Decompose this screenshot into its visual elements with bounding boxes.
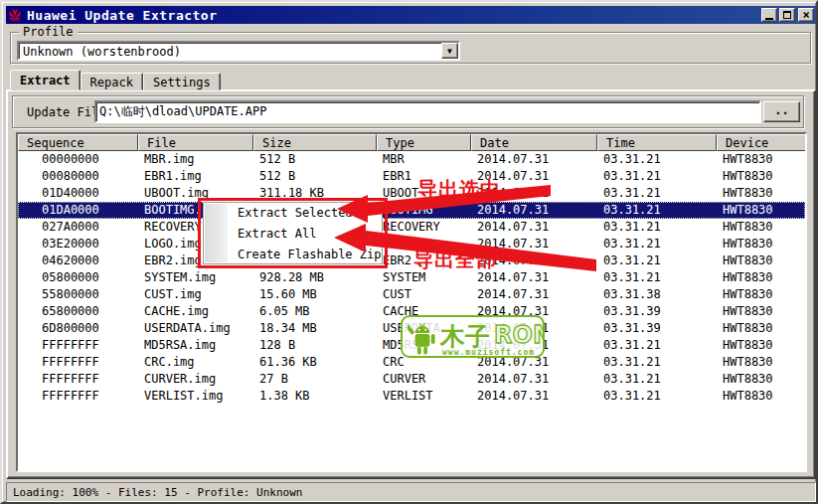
context-menu-items: Extract SelectedExtract AllCreate Flasha… <box>204 203 382 265</box>
profile-value: Unknown (worstenbrood) <box>23 45 181 59</box>
cell: HWT8830 <box>717 185 807 202</box>
minimize-button[interactable] <box>761 8 777 22</box>
cell: 2014.07.31 <box>471 219 597 236</box>
cell: 2014.07.31 <box>471 202 597 219</box>
tab-repack[interactable]: Repack <box>81 73 143 90</box>
cell: 03.31.21 <box>597 236 717 252</box>
cell: USERDATA.img <box>138 320 253 337</box>
huawei-logo-icon[interactable] <box>8 8 22 22</box>
cell: CURVER.img <box>138 371 253 388</box>
cell: 512 B <box>253 151 377 168</box>
cell: CUST <box>377 286 471 303</box>
table-row[interactable]: 55800000CUST.img15.60 MBCUST2014.07.3103… <box>18 286 805 303</box>
table-row[interactable]: FFFFFFFFVERLIST.img1.38 KBVERLIST2014.07… <box>18 388 805 405</box>
watermark-url: www.muzisoft.com <box>442 348 535 357</box>
table-body: 00000000MBR.img512 BMBR2014.07.3103.31.2… <box>18 151 805 405</box>
cell: 03.31.21 <box>597 388 717 405</box>
cell: SYSTEM <box>377 269 471 286</box>
profile-combobox[interactable]: Unknown (worstenbrood) ▼ <box>17 41 460 61</box>
cell: 15.60 MB <box>253 286 377 303</box>
cell: 55800000 <box>18 286 138 303</box>
cell: 65800000 <box>18 303 138 320</box>
profile-label: Profile <box>19 25 78 39</box>
table-row[interactable]: 01D40000UBOOT.img311.18 KBUBOOT2014.07.3… <box>18 185 805 202</box>
cell: 00080000 <box>18 168 138 185</box>
cell: 2014.07.31 <box>471 286 597 303</box>
table-row[interactable]: 01DA0000BOOTIMG.imgBOOTIMG2014.07.3103.3… <box>18 202 805 219</box>
cell: 01DA0000 <box>18 202 138 219</box>
menu-item-create-flashable-zip[interactable]: Create Flashable Zip <box>204 245 382 265</box>
cell: CACHE.img <box>138 303 253 320</box>
profile-groupbox: Profile Unknown (worstenbrood) ▼ <box>10 32 811 64</box>
cell: 128 B <box>253 337 377 354</box>
cell: HWT8830 <box>717 388 807 405</box>
cell: RECOVERY <box>377 219 471 236</box>
cell: MBR <box>377 151 471 168</box>
cell: 03.31.21 <box>597 202 717 219</box>
column-header-time[interactable]: Time <box>597 134 717 151</box>
cell: HWT8830 <box>717 168 807 185</box>
cell: 00000000 <box>18 151 138 168</box>
column-header-file[interactable]: File <box>138 134 253 151</box>
cell: 2014.07.31 <box>471 151 597 168</box>
cell: 6.05 MB <box>253 303 377 320</box>
browse-button[interactable]: .. <box>763 101 800 122</box>
table-row[interactable]: 00080000EBR1.img512 BEBR12014.07.3103.31… <box>18 168 805 185</box>
cell: 03.31.21 <box>597 269 717 286</box>
cell: 03E20000 <box>18 236 138 252</box>
maximize-icon <box>783 11 791 19</box>
tab-extract[interactable]: Extract <box>10 70 81 90</box>
cell: BOOTIMG <box>377 202 471 219</box>
app-window: Huawei Update Extractor × Profile Unknow… <box>0 0 818 504</box>
column-header-type[interactable]: Type <box>377 134 471 151</box>
minimize-icon <box>765 18 773 20</box>
column-header-size[interactable]: Size <box>253 134 377 151</box>
cell: 2014.07.31 <box>471 388 597 405</box>
table-row[interactable]: 04620000EBR2.imgEBR22014.07.3103.31.21HW… <box>18 252 805 269</box>
cell: CURVER <box>377 371 471 388</box>
window-controls: × <box>759 8 814 22</box>
close-button[interactable]: × <box>798 8 814 22</box>
cell: VERLIST <box>377 388 471 405</box>
column-header-date[interactable]: Date <box>471 134 597 151</box>
cell: 03.31.38 <box>597 286 717 303</box>
menu-item-extract-all[interactable]: Extract All <box>204 224 382 245</box>
cell: 03.31.21 <box>597 371 717 388</box>
context-menu: Extract SelectedExtract AllCreate Flasha… <box>203 202 383 264</box>
cell: EBR2 <box>377 252 471 269</box>
combobox-dropdown-button[interactable]: ▼ <box>441 43 458 59</box>
cell: FFFFFFFF <box>18 337 138 354</box>
tab-settings[interactable]: Settings <box>143 73 221 90</box>
column-header-device[interactable]: Device <box>717 134 807 151</box>
cell: 03.31.21 <box>597 151 717 168</box>
cell: 03.31.21 <box>597 354 717 371</box>
cell: 2014.07.31 <box>471 371 597 388</box>
cell: 2014.07.31 <box>471 168 597 185</box>
cell: 311.18 KB <box>253 185 377 202</box>
file-list: SequenceFileSizeTypeDateTimeDevice 00000… <box>16 132 807 472</box>
update-file-input[interactable] <box>94 100 761 123</box>
cell: 18.34 MB <box>253 320 377 337</box>
cell: UBOOT <box>377 185 471 202</box>
maximize-button[interactable] <box>779 8 795 22</box>
cell: FFFFFFFF <box>18 371 138 388</box>
cell: HWT8830 <box>717 320 807 337</box>
cell: HWT8830 <box>717 236 807 252</box>
table-row[interactable]: FFFFFFFFCURVER.img27 BCURVER2014.07.3103… <box>18 371 805 388</box>
cell: 512 B <box>253 168 377 185</box>
table-row[interactable]: 027A0000RECOVERY.imgRECOVERY2014.07.3103… <box>18 219 805 236</box>
table-row[interactable]: 05800000SYSTEM.img928.28 MBSYSTEM2014.07… <box>18 269 805 286</box>
cell: 2014.07.31 <box>471 236 597 252</box>
table-row[interactable]: 03E20000LOGO.imgLOGO2014.07.3103.31.21HW… <box>18 236 805 252</box>
column-header-sequence[interactable]: Sequence <box>18 134 138 151</box>
cell: 027A0000 <box>18 219 138 236</box>
window-title: Huawei Update Extractor <box>27 8 218 23</box>
table-row[interactable]: 00000000MBR.img512 BMBR2014.07.3103.31.2… <box>18 151 805 168</box>
cell: 03.31.21 <box>597 185 717 202</box>
cell: 03.31.21 <box>597 337 717 354</box>
cell: 2014.07.31 <box>471 252 597 269</box>
cell: HWT8830 <box>717 252 807 269</box>
cell: 01D40000 <box>18 185 138 202</box>
cell: 03.31.21 <box>597 168 717 185</box>
menu-item-extract-selected[interactable]: Extract Selected <box>204 203 382 224</box>
